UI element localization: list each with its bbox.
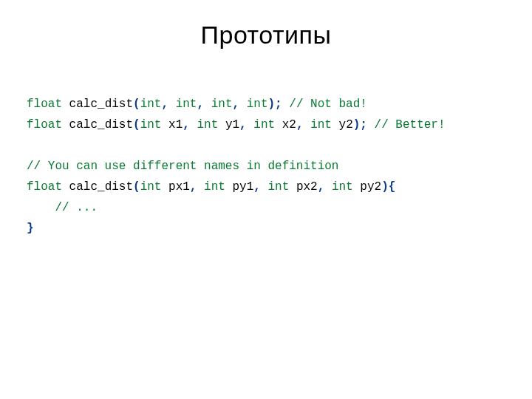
func-name: calc_dist — [62, 98, 133, 111]
comma: , — [161, 98, 168, 111]
paren-close-semi: ); — [353, 118, 367, 132]
keyword-float: float — [27, 180, 62, 194]
comma: , — [239, 118, 247, 132]
paren-close-brace: ){ — [381, 180, 395, 194]
brace-close: } — [27, 222, 34, 235]
type-int: int — [140, 118, 162, 132]
type-int: int — [304, 118, 332, 132]
param-name: x1 — [161, 118, 183, 132]
param-name: px2 — [289, 180, 317, 194]
comma: , — [318, 180, 325, 194]
type-int: int — [140, 180, 162, 194]
code-block: float calc_dist(int, int, int, int); // … — [0, 73, 532, 239]
func-name: calc_dist — [62, 118, 133, 132]
comment: // Not bad! — [282, 98, 367, 111]
paren-open: ( — [133, 98, 140, 111]
code-line-1: float calc_dist(int, int, int, int); // … — [27, 98, 367, 111]
paren-open: ( — [133, 118, 140, 132]
param-name: px1 — [161, 180, 189, 194]
comma: , — [197, 98, 204, 111]
type-int: int — [168, 98, 197, 111]
type-int: int — [197, 180, 225, 194]
param-name: y2 — [332, 118, 353, 132]
type-int: int — [204, 98, 232, 111]
param-name: py1 — [225, 180, 253, 194]
slide-title: Прототипы — [0, 0, 532, 73]
code-line-5: float calc_dist(int px1, int py1, int px… — [27, 180, 395, 194]
comma: , — [296, 118, 304, 132]
comma: , — [183, 118, 190, 132]
param-name: py2 — [353, 180, 381, 194]
param-name: x2 — [275, 118, 296, 132]
type-int: int — [239, 98, 267, 111]
type-int: int — [261, 180, 289, 194]
func-name: calc_dist — [62, 180, 133, 194]
comma: , — [232, 98, 239, 111]
type-int: int — [190, 118, 218, 132]
param-name: y1 — [218, 118, 239, 132]
keyword-float: float — [27, 98, 62, 111]
comma: , — [253, 180, 261, 194]
code-line-6: // ... — [27, 201, 98, 214]
type-int: int — [324, 180, 352, 194]
keyword-float: float — [27, 118, 62, 132]
paren-close-semi: ); — [268, 98, 282, 111]
code-line-comment: // You can use different names in defini… — [27, 160, 338, 173]
type-int: int — [140, 98, 162, 111]
comment: // Better! — [367, 118, 446, 132]
type-int: int — [247, 118, 275, 132]
code-line-2: float calc_dist(int x1, int y1, int x2, … — [27, 118, 446, 132]
paren-open: ( — [133, 180, 140, 194]
comment: // ... — [55, 201, 98, 214]
slide: Прототипы float calc_dist(int, int, int,… — [0, 0, 532, 399]
